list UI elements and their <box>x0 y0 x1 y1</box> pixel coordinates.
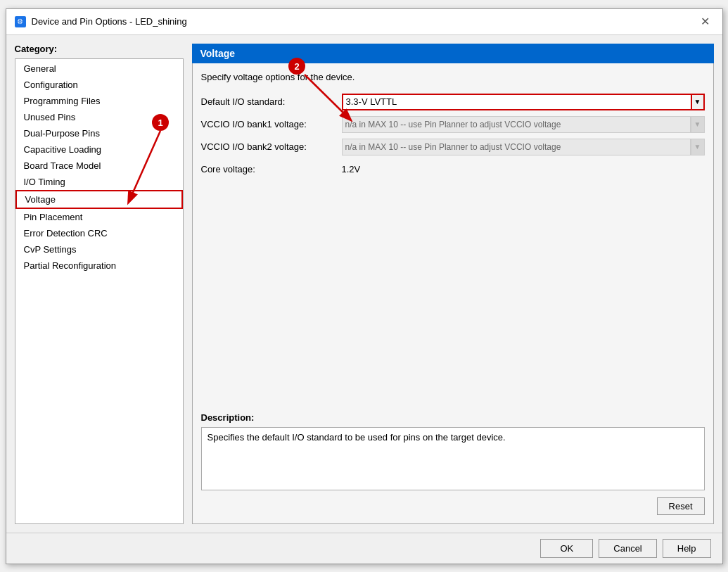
window-icon: ⚙ <box>15 16 26 27</box>
sidebar-item-dual-purpose-pins[interactable]: Dual-Purpose Pins <box>15 125 183 141</box>
ok-button[interactable]: OK <box>540 539 593 558</box>
default-io-select[interactable]: 3.3-V LVTTL <box>342 94 691 110</box>
dialog-window: ⚙ Device and Pin Options - LED_shining ✕… <box>6 8 723 564</box>
right-panel: Voltage Specify voltage options for the … <box>192 44 714 524</box>
cancel-button[interactable]: Cancel <box>599 539 656 558</box>
vccio-bank1-row: VCCIO I/O bank1 voltage: n/a in MAX 10 -… <box>201 116 705 133</box>
reset-button[interactable]: Reset <box>657 497 705 515</box>
title-bar: ⚙ Device and Pin Options - LED_shining ✕ <box>6 9 722 35</box>
vccio-bank2-arrow: ▼ <box>691 139 705 155</box>
close-button[interactable]: ✕ <box>696 15 714 29</box>
vccio-bank1-arrow: ▼ <box>691 116 705 133</box>
description-section: Description: Specifies the default I/O s… <box>201 404 705 490</box>
core-voltage-label: Core voltage: <box>201 164 342 174</box>
vccio-bank2-label: VCCIO I/O bank2 voltage: <box>201 141 342 152</box>
description-box: Specifies the default I/O standard to be… <box>201 427 705 490</box>
category-list: General Configuration Programming Files … <box>15 58 184 524</box>
sidebar-item-pin-placement[interactable]: Pin Placement <box>15 209 183 225</box>
category-label: Category: <box>15 44 184 54</box>
sidebar-item-partial-reconfiguration[interactable]: Partial Reconfiguration <box>15 258 183 274</box>
description-label: Description: <box>201 412 705 423</box>
sidebar-item-general[interactable]: General <box>15 61 183 77</box>
section-description: Specify voltage options for the device. <box>201 72 705 82</box>
sidebar-item-cvp-settings[interactable]: CvP Settings <box>15 241 183 258</box>
default-io-dropdown-arrow[interactable]: ▼ <box>691 94 705 110</box>
vccio-bank2-row: VCCIO I/O bank2 voltage: n/a in MAX 10 -… <box>201 139 705 155</box>
sidebar-item-configuration[interactable]: Configuration <box>15 77 183 93</box>
default-io-standard-row: Default I/O standard: 3.3-V LVTTL ▼ <box>201 94 705 110</box>
vccio-bank1-value: n/a in MAX 10 -- use Pin Planner to adju… <box>342 116 691 133</box>
help-button[interactable]: Help <box>663 539 711 558</box>
sidebar-item-error-detection-crc[interactable]: Error Detection CRC <box>15 225 183 241</box>
section-content: Specify voltage options for the device. … <box>192 63 714 524</box>
sidebar-item-board-trace-model[interactable]: Board Trace Model <box>15 158 183 174</box>
left-panel: Category: General Configuration Programm… <box>15 44 184 524</box>
reset-row: Reset <box>201 497 705 515</box>
vccio-bank1-label: VCCIO I/O bank1 voltage: <box>201 119 342 129</box>
sidebar-item-unused-pins[interactable]: Unused Pins <box>15 109 183 125</box>
sidebar-item-voltage[interactable]: Voltage <box>15 190 183 209</box>
sidebar-item-capacitive-loading[interactable]: Capacitive Loading <box>15 141 183 158</box>
dialog-footer: OK Cancel Help <box>6 533 722 564</box>
sidebar-item-programming-files[interactable]: Programming Files <box>15 93 183 109</box>
default-io-label: Default I/O standard: <box>201 96 342 107</box>
section-header: Voltage <box>192 44 714 63</box>
core-voltage-value: 1.2V <box>342 164 361 174</box>
sidebar-item-io-timing[interactable]: I/O Timing <box>15 174 183 190</box>
spacer <box>201 180 705 404</box>
core-voltage-row: Core voltage: 1.2V <box>201 164 705 174</box>
dialog-title: Device and Pin Options - LED_shining <box>32 16 187 27</box>
vccio-bank2-value: n/a in MAX 10 -- use Pin Planner to adju… <box>342 139 691 155</box>
